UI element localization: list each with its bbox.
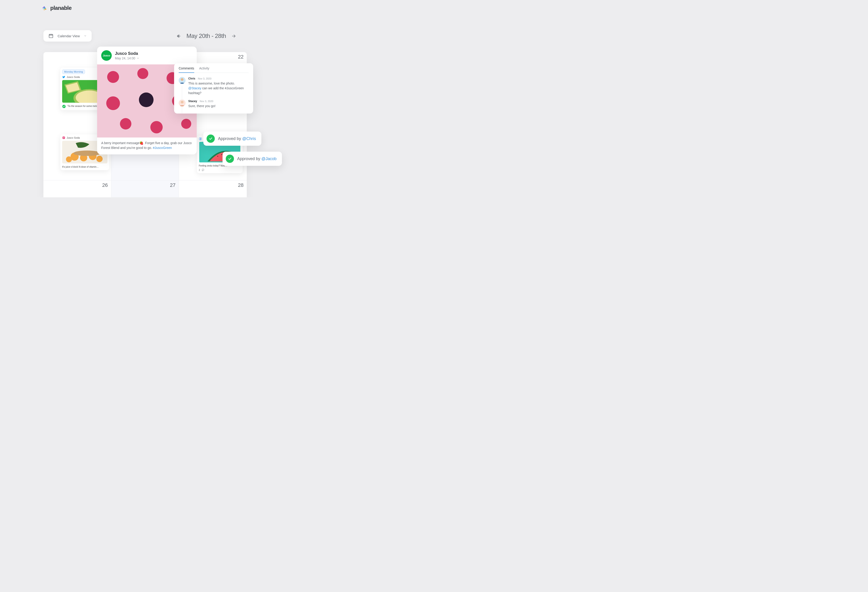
logo-text: planable	[50, 5, 71, 11]
svg-point-54	[181, 78, 183, 81]
comment-item: Chris Nov 3, 2020 This is awesome, love …	[179, 77, 249, 96]
svg-point-46	[122, 120, 125, 124]
tab-activity[interactable]: Activity	[199, 66, 209, 73]
next-range-button[interactable]	[231, 33, 236, 39]
svg-point-35	[111, 103, 115, 108]
thread-line	[182, 86, 182, 113]
panel-tabs: Comments Activity	[179, 66, 249, 73]
arrow-left-icon	[176, 34, 181, 38]
post-caption-text: A berry important message🍓. Forget five …	[97, 137, 197, 155]
twitter-icon	[62, 75, 65, 78]
post-datetime[interactable]: May 24, 14:00	[115, 56, 139, 60]
comment-avatar	[179, 77, 186, 84]
post-header: Jusco Jusco Soda May 24, 14:00	[97, 47, 197, 65]
cell-date: 28	[238, 182, 244, 188]
check-circle-icon	[226, 155, 234, 163]
post-author: Jusco Soda	[115, 51, 139, 56]
approval-toast: Approved by @Chris	[203, 131, 261, 146]
svg-point-40	[141, 99, 145, 103]
svg-rect-0	[49, 34, 53, 38]
svg-point-48	[151, 121, 163, 133]
comment-meta: Chris Nov 3, 2020	[188, 77, 249, 80]
svg-point-13	[66, 156, 72, 162]
svg-point-37	[141, 95, 146, 99]
calendar-cell[interactable]: 28	[179, 180, 247, 197]
view-selector[interactable]: Calendar View	[43, 30, 92, 41]
comment-date: Nov 3, 2020	[200, 100, 213, 103]
comment-text: This is awesome, love the photo. @Stacey…	[188, 81, 249, 96]
chevron-down-icon	[84, 34, 87, 37]
facebook-icon	[199, 137, 202, 140]
mention[interactable]: @Jacob	[261, 156, 276, 161]
approval-text: Approved by @Chris	[218, 136, 256, 141]
date-range-nav: May 20th - 28th	[176, 32, 236, 40]
svg-point-18	[221, 154, 222, 155]
author-avatar: Jusco	[101, 50, 112, 61]
comment-avatar	[179, 100, 186, 106]
comment-item: Stacey Nov 3, 2020 Sure, there you go!	[179, 100, 249, 109]
svg-point-14	[74, 150, 101, 156]
comment-meta: Stacey Nov 3, 2020	[188, 100, 249, 103]
instagram-icon	[62, 136, 65, 139]
svg-point-49	[153, 123, 157, 127]
svg-point-51	[181, 119, 191, 129]
prev-range-button[interactable]	[176, 33, 182, 39]
cell-date: 22	[238, 54, 244, 60]
mention[interactable]: @Chris	[242, 136, 256, 141]
svg-point-50	[156, 123, 160, 127]
check-circle-icon	[207, 134, 215, 143]
planable-icon	[41, 4, 48, 12]
approval-text: Approved by @Jacob	[237, 156, 276, 161]
hashtag[interactable]: #JuscoGreen	[153, 146, 172, 150]
svg-point-17	[217, 156, 218, 157]
calendar-cell[interactable]: 27	[111, 180, 179, 197]
app-logo: planable	[41, 4, 71, 12]
comment-date: Nov 3, 2020	[198, 77, 211, 80]
cell-date: 26	[102, 182, 108, 188]
tab-comments[interactable]: Comments	[179, 66, 194, 73]
comments-panel: Comments Activity Chris Nov 3, 2020 This…	[174, 63, 253, 113]
account-name: Jusco Soda	[67, 136, 80, 139]
comment-icon	[202, 169, 204, 171]
date-range-text: May 20th - 28th	[186, 32, 226, 40]
svg-point-30	[168, 74, 173, 78]
svg-point-34	[113, 99, 118, 103]
svg-point-26	[137, 68, 148, 79]
calendar-icon	[49, 33, 53, 38]
comment-author: Stacey	[188, 100, 197, 103]
post-meta: 2	[199, 169, 241, 171]
mention[interactable]: @Stacey	[188, 86, 201, 90]
arrow-right-icon	[231, 34, 236, 38]
svg-point-38	[147, 95, 151, 99]
comment-author: Chris	[188, 77, 195, 80]
time-slot-badge: Monday Morning	[62, 69, 85, 74]
cell-date: 27	[170, 182, 176, 188]
post-caption: It's juice o'clock! A dose of vitamin…	[62, 165, 108, 168]
chevron-down-icon	[137, 57, 139, 60]
svg-point-56	[181, 101, 183, 103]
check-circle-icon	[62, 105, 66, 108]
svg-point-41	[148, 99, 152, 103]
svg-point-25	[111, 77, 115, 81]
calendar-cell[interactable]: 26	[43, 180, 111, 197]
svg-point-28	[143, 70, 146, 74]
svg-point-45	[120, 118, 131, 130]
svg-point-12	[96, 156, 103, 162]
account-name: Jusco Soda	[67, 76, 80, 78]
svg-point-33	[109, 99, 113, 103]
view-selector-label: Calendar View	[58, 34, 80, 38]
comment-text: Sure, there you go!	[188, 104, 249, 109]
svg-point-27	[139, 70, 143, 74]
svg-point-47	[125, 120, 129, 124]
approval-toast: Approved by @Jacob	[223, 152, 282, 166]
